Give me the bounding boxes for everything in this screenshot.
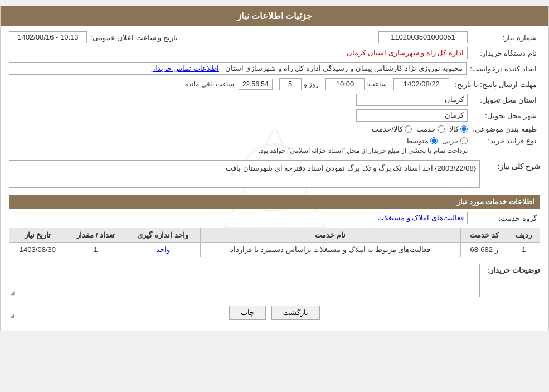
cell-name: فعالیت‌های مربوط به املاک و مستغلات براس… bbox=[200, 243, 460, 257]
purchase-type-motavasset[interactable]: متوسط bbox=[406, 137, 438, 145]
cell-qty: 1 bbox=[66, 243, 125, 257]
creator-link[interactable]: اطلاعات تماس خریدار bbox=[152, 64, 219, 72]
purchase-type-note: پرداخت تمام یا بخشی از مبلغ خریدار از مح… bbox=[259, 147, 468, 154]
cell-unit: واحد bbox=[125, 243, 200, 257]
table-row: 1 ر-682-68 فعالیت‌های مربوط به املاک و م… bbox=[9, 243, 540, 257]
announce-value: 1402/08/16 - 10:13 bbox=[9, 31, 87, 43]
service-group-label: گروه خدمت: bbox=[468, 214, 540, 222]
send-day-value: 5 bbox=[279, 78, 302, 90]
resize-handle-comments: ◢ bbox=[11, 289, 15, 296]
col-header-qty: تعداد / مقدار bbox=[66, 228, 125, 243]
send-time-label: ساعت: bbox=[367, 80, 387, 88]
send-time-value: 10:00 bbox=[325, 78, 365, 90]
buyer-comments-box[interactable]: ◢ bbox=[9, 264, 480, 297]
back-button[interactable]: بازگشت bbox=[271, 306, 320, 320]
print-button[interactable]: چاپ bbox=[229, 306, 266, 320]
creator-label: ایجاد کننده درخواست: bbox=[467, 65, 540, 73]
category-label: طبقه بندی موضوعی: bbox=[468, 125, 540, 133]
col-header-date: تاریخ نیاز bbox=[9, 228, 66, 243]
niaz-number-value: 1102003501000051 bbox=[378, 31, 468, 43]
col-header-unit: واحد اندازه گیری bbox=[125, 228, 200, 243]
niaz-number-label: شماره نیاز: bbox=[468, 33, 540, 42]
send-date-value: 1402/08/22 bbox=[393, 78, 449, 90]
col-header-row: ردیف bbox=[508, 228, 540, 243]
col-header-name: نام خدمت bbox=[200, 228, 460, 243]
category-khedmat[interactable]: خدمت bbox=[416, 125, 445, 133]
service-group-value: فعالیت‌های املاک و مستغلات bbox=[9, 212, 468, 224]
category-kala[interactable]: کالا bbox=[449, 125, 468, 133]
purchase-type-jozii[interactable]: جزیی bbox=[442, 137, 468, 145]
province-value: کرمان bbox=[356, 94, 468, 106]
col-header-code: کد خدمت bbox=[460, 228, 508, 243]
resize-handle: ◢ bbox=[10, 312, 14, 318]
description-text: {2003/22/08} اخذ اسناد تک برگ و تک برگ ن… bbox=[9, 160, 480, 188]
send-day-label: روز و bbox=[304, 80, 319, 88]
description-title: شرح کلی نیاز: bbox=[484, 160, 540, 171]
buyer-org-value: اداره کل راه و شهرسازی استان کرمان bbox=[9, 47, 468, 59]
cell-row: 1 bbox=[508, 243, 540, 257]
category-options: کالا خدمت کالا/خدمت bbox=[372, 125, 468, 133]
send-remaining-label: ساعت باقی مانده bbox=[185, 80, 234, 88]
buyer-comments-label: توضیحات خریدار: bbox=[484, 264, 540, 274]
category-kala-khedmat[interactable]: کالا/خدمت bbox=[372, 125, 412, 133]
city-value: کرمان bbox=[356, 109, 468, 122]
cell-date: 1403/08/30 bbox=[9, 243, 66, 257]
service-table: ردیف کد خدمت نام خدمت واحد اندازه گیری ت… bbox=[9, 228, 540, 257]
button-row: بازگشت چاپ bbox=[9, 306, 540, 320]
buyer-org-label: نام دستگاه خریدار: bbox=[468, 49, 540, 57]
send-date-label: مهلت ارسال پاسخ: تا تاریخ: bbox=[451, 80, 540, 89]
send-remaining-value: 22:56:54 bbox=[239, 79, 273, 90]
city-label: شهر محل تحویل: bbox=[468, 112, 540, 120]
cell-code: ر-682-68 bbox=[460, 243, 508, 257]
page-title: جزئیات اطلاعات نیاز bbox=[1, 6, 548, 26]
creator-value: محبوبه نوروزی نژاد کارشناس پیمان و رسیدگ… bbox=[9, 62, 467, 75]
announce-label: تاریخ و ساعت اعلان عمومی: bbox=[87, 33, 181, 42]
service-section-title: اطلاعات خدمات مورد نیاز bbox=[9, 195, 540, 209]
purchase-type-options: جزیی متوسط bbox=[259, 137, 468, 145]
province-label: استان محل تحویل: bbox=[468, 96, 540, 104]
purchase-type-label: نوع فرآیند خرید: bbox=[468, 137, 540, 145]
